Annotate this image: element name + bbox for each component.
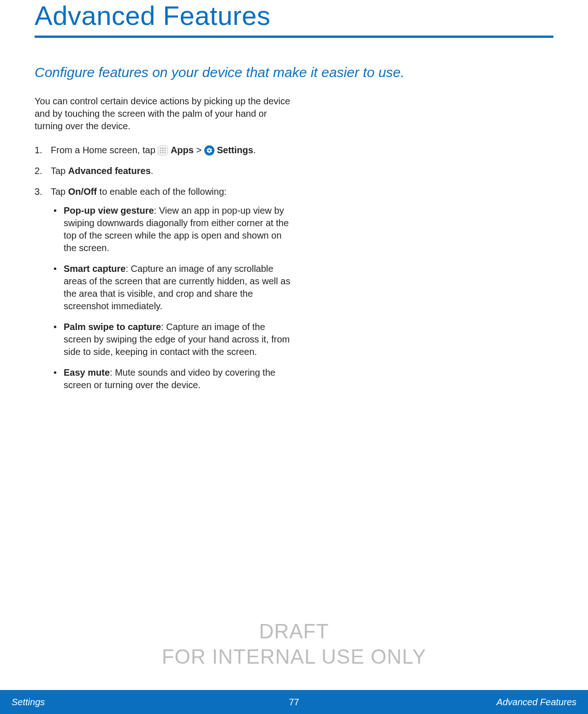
feature-list: Pop-up view gesture: View an app in pop-… <box>51 204 293 391</box>
svg-point-3 <box>160 150 161 151</box>
watermark: DRAFT FOR INTERNAL USE ONLY <box>0 618 588 669</box>
footer-topic: Advanced Features <box>497 697 576 708</box>
step-text: From a Home screen, tap <box>51 145 158 155</box>
settings-label: Settings <box>217 145 253 155</box>
svg-point-2 <box>165 148 166 149</box>
step-separator: > <box>194 145 204 155</box>
step-number: 2. <box>35 165 42 177</box>
step-bold: On/Off <box>68 186 97 197</box>
svg-point-1 <box>162 148 164 149</box>
settings-icon <box>204 145 214 156</box>
step-bold: Advanced features <box>68 166 151 176</box>
step-2: 2. Tap Advanced features. <box>35 165 293 177</box>
step-number: 1. <box>35 144 42 156</box>
feature-title: Easy mute <box>64 367 110 378</box>
steps-list: 1. From a Home screen, tap Apps > Settin… <box>35 144 293 391</box>
svg-point-4 <box>162 150 164 151</box>
feature-title: Pop-up view gesture <box>64 205 154 216</box>
apps-icon <box>158 145 168 156</box>
feature-title: Smart capture <box>64 264 126 274</box>
step-end: . <box>253 145 256 155</box>
step-end: . <box>151 166 154 176</box>
svg-point-7 <box>162 152 164 153</box>
step-number: 3. <box>35 186 42 198</box>
svg-point-5 <box>165 150 166 151</box>
footer-page-number: 77 <box>289 697 299 708</box>
page-title: Advanced Features <box>35 0 553 31</box>
svg-point-0 <box>160 148 161 149</box>
page-footer: Settings 77 Advanced Features <box>0 690 588 714</box>
title-divider <box>35 36 553 38</box>
page-subtitle: Configure features on your device that m… <box>35 63 553 81</box>
step-1: 1. From a Home screen, tap Apps > Settin… <box>35 144 293 156</box>
watermark-line-1: DRAFT <box>0 618 588 644</box>
step-text: Tap <box>51 166 68 176</box>
svg-point-8 <box>165 152 166 153</box>
step-3: 3. Tap On/Off to enable each of the foll… <box>35 186 293 391</box>
feature-title: Palm swipe to capture <box>64 322 161 332</box>
apps-label: Apps <box>171 145 194 155</box>
feature-smart-capture: Smart capture: Capture an image of any s… <box>51 263 293 312</box>
svg-point-6 <box>160 152 161 153</box>
footer-section: Settings <box>12 697 45 708</box>
feature-palm-swipe: Palm swipe to capture: Capture an image … <box>51 321 293 358</box>
step-suffix: to enable each of the following: <box>97 186 226 197</box>
intro-paragraph: You can control certain device actions b… <box>35 95 293 132</box>
step-text: Tap <box>51 186 68 197</box>
feature-easy-mute: Easy mute: Mute sounds and video by cove… <box>51 366 293 391</box>
feature-popup-view: Pop-up view gesture: View an app in pop-… <box>51 204 293 254</box>
watermark-line-2: FOR INTERNAL USE ONLY <box>0 644 588 669</box>
